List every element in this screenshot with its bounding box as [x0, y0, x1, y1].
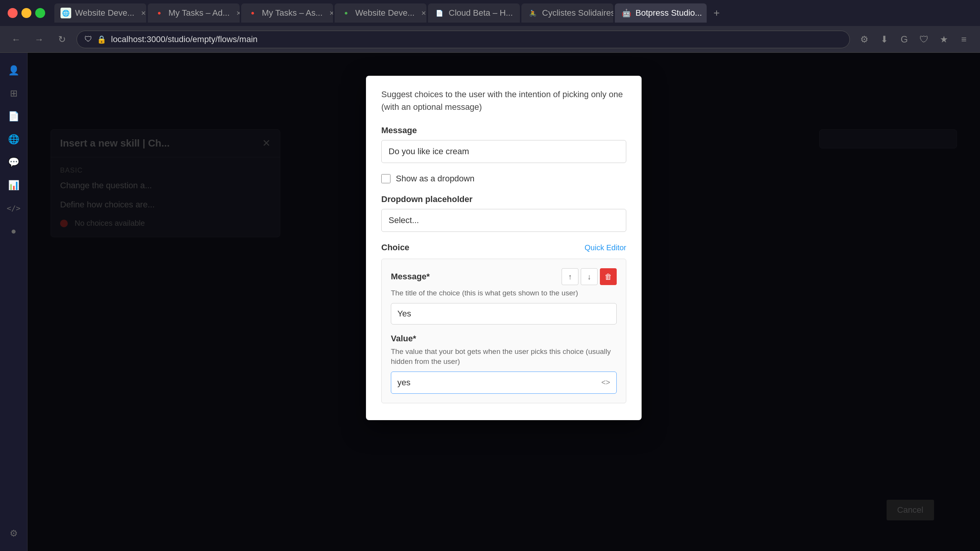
download-icon[interactable]: ⬇: [876, 31, 893, 48]
main-content: Insert a new skill | Ch... ✕ BASIC Chang…: [28, 53, 980, 551]
menu-icon[interactable]: ≡: [956, 31, 972, 48]
browser-tab-7[interactable]: 🤖 Botpress Studio... ✕: [615, 3, 707, 23]
profile-icon[interactable]: G: [896, 31, 913, 48]
tab-label-1: Website Deve...: [75, 8, 134, 18]
modal-description: Suggest choices to the user with the int…: [381, 88, 626, 113]
sidebar-item-document[interactable]: 📄: [4, 106, 24, 126]
sidebar-item-dot[interactable]: ●: [4, 221, 24, 241]
choice-card-header: Message* ↑ ↓ 🗑: [391, 268, 617, 285]
modal-dialog: Suggest choices to the user with the int…: [366, 76, 642, 420]
bookmark-icon[interactable]: ★: [936, 31, 952, 48]
tab-label-2: My Tasks – Ad...: [168, 8, 230, 18]
tab-label-4: Website Deve...: [355, 8, 415, 18]
choice-card: Message* ↑ ↓ 🗑 The title of the choice (…: [381, 259, 626, 403]
browser-tab-6[interactable]: 🚴 Cyclistes Solidaires... ✕: [521, 3, 613, 23]
back-button[interactable]: ←: [8, 31, 24, 48]
dropdown-placeholder-input[interactable]: [381, 209, 626, 232]
choice-card-actions: ↑ ↓ 🗑: [562, 268, 617, 285]
window-controls: [8, 8, 45, 18]
lock-icon: 🔒: [97, 35, 106, 44]
sidebar: 👤 ⊞ 📄 🌐 💬 📊 </> ● ⚙: [0, 53, 28, 551]
tab-bar: 🌐 Website Deve... ✕ ● My Tasks – Ad... ✕…: [0, 0, 980, 26]
sidebar-item-settings[interactable]: ⚙: [4, 523, 24, 543]
choice-value-label: Value*: [391, 334, 416, 344]
delete-choice-button[interactable]: 🗑: [600, 268, 617, 285]
tab-favicon-1: 🌐: [60, 8, 71, 18]
maximize-window-button[interactable]: [35, 8, 45, 18]
app-layout: 👤 ⊞ 📄 🌐 💬 📊 </> ● ⚙ Insert a new skill |…: [0, 53, 980, 551]
sidebar-item-analytics[interactable]: 📊: [4, 175, 24, 195]
modal-overlay: Suggest choices to the user with the int…: [28, 53, 980, 551]
address-bar[interactable]: 🛡 🔒 localhost:3000/studio/empty/flows/ma…: [77, 31, 850, 48]
extensions-icon[interactable]: ⚙: [856, 31, 873, 48]
address-bar-row: ← → ↻ 🛡 🔒 localhost:3000/studio/empty/fl…: [0, 26, 980, 53]
tab-favicon-2: ●: [154, 8, 165, 18]
tab-close-1[interactable]: ✕: [140, 9, 146, 17]
code-toggle-icon[interactable]: <>: [595, 378, 616, 387]
tab-close-5[interactable]: ✕: [518, 9, 520, 17]
sidebar-item-grid[interactable]: ⊞: [4, 83, 24, 103]
browser-tab-2[interactable]: ● My Tasks – Ad... ✕: [148, 3, 240, 23]
tab-favicon-5: 📄: [434, 8, 445, 18]
message-input[interactable]: [381, 140, 626, 163]
tab-favicon-4: ●: [341, 8, 351, 18]
sidebar-item-translate[interactable]: 🌐: [4, 129, 24, 149]
move-up-button[interactable]: ↑: [562, 268, 578, 285]
browser-chrome: 🌐 Website Deve... ✕ ● My Tasks – Ad... ✕…: [0, 0, 980, 53]
tab-favicon-6: 🚴: [528, 8, 538, 18]
browser-tab-4[interactable]: ● Website Deve... ✕: [335, 3, 426, 23]
choice-message-label: Message*: [391, 272, 430, 282]
shield-browser-icon[interactable]: 🛡: [916, 31, 933, 48]
value-input-row: <>: [391, 372, 617, 394]
modal-spacer: [381, 403, 626, 419]
new-tab-button[interactable]: +: [708, 5, 725, 21]
minimize-window-button[interactable]: [21, 8, 31, 18]
tab-favicon-3: ●: [247, 8, 258, 18]
tab-close-4[interactable]: ✕: [420, 9, 426, 17]
browser-tab-1[interactable]: 🌐 Website Deve... ✕: [54, 3, 146, 23]
choice-message-input[interactable]: [391, 303, 617, 324]
shield-icon: 🛡: [85, 35, 92, 44]
quick-editor-link[interactable]: Quick Editor: [585, 243, 626, 252]
show-dropdown-checkbox[interactable]: [381, 174, 390, 183]
refresh-button[interactable]: ↻: [54, 31, 70, 48]
show-dropdown-row: Show as a dropdown: [381, 174, 626, 184]
move-down-button[interactable]: ↓: [581, 268, 598, 285]
tab-label-7: Botpress Studio...: [635, 8, 702, 18]
tab-label-3: My Tasks – As...: [262, 8, 323, 18]
browser-tab-5[interactable]: 📄 Cloud Beta – H... ✕: [428, 3, 520, 23]
choice-title: Choice: [381, 243, 409, 253]
close-window-button[interactable]: [8, 8, 18, 18]
dropdown-placeholder-label: Dropdown placeholder: [381, 194, 626, 204]
url-text[interactable]: localhost:3000/studio/empty/flows/main: [111, 34, 258, 44]
tab-label-5: Cloud Beta – H...: [449, 8, 513, 18]
message-form-group: Message: [381, 126, 626, 163]
tab-close-3[interactable]: ✕: [328, 9, 333, 17]
tab-favicon-7: 🤖: [621, 8, 632, 18]
choice-value-input[interactable]: [391, 372, 595, 393]
dropdown-placeholder-form-group: Dropdown placeholder: [381, 194, 626, 232]
browser-tab-3[interactable]: ● My Tasks – As... ✕: [241, 3, 333, 23]
tab-close-2[interactable]: ✕: [235, 9, 240, 17]
tab-label-6: Cyclistes Solidaires...: [542, 8, 613, 18]
choice-header: Choice Quick Editor: [381, 243, 626, 253]
message-label: Message: [381, 126, 626, 135]
sidebar-item-profile[interactable]: 👤: [4, 60, 24, 80]
choice-value-desc: The value that your bot gets when the us…: [391, 347, 617, 367]
sidebar-item-chat[interactable]: 💬: [4, 152, 24, 172]
show-dropdown-label: Show as a dropdown: [396, 174, 474, 184]
choice-value-header: Value*: [391, 334, 617, 344]
sidebar-item-code[interactable]: </>: [4, 198, 24, 218]
forward-button[interactable]: →: [31, 31, 47, 48]
choice-message-desc: The title of the choice (this is what ge…: [391, 288, 617, 298]
browser-icons: ⚙ ⬇ G 🛡 ★ ≡: [856, 31, 972, 48]
